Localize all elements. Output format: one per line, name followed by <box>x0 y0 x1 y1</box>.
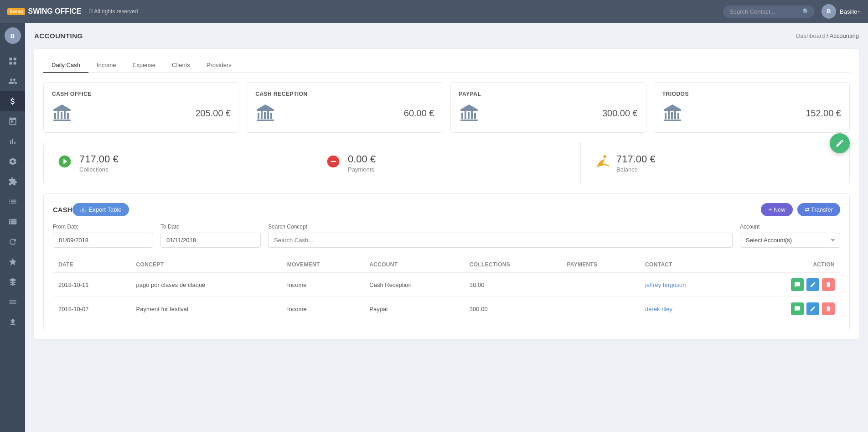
edit-icon <box>810 306 816 312</box>
building-icon <box>8 277 17 286</box>
action-edit-button[interactable] <box>806 278 819 291</box>
svg-rect-13 <box>261 111 263 119</box>
export-table-label: Export Table <box>89 206 122 213</box>
svg-rect-6 <box>61 112 62 119</box>
sidebar-item-users[interactable] <box>0 71 25 91</box>
sidebar-item-dashboard[interactable] <box>0 51 25 71</box>
delete-icon <box>825 306 832 312</box>
sidebar-item-list[interactable] <box>0 192 25 212</box>
table-row: 2018-10-07 Payment for festival Income P… <box>53 297 840 321</box>
sidebar-item-menu2[interactable] <box>0 292 25 312</box>
svg-rect-24 <box>474 113 476 119</box>
account-card-triodos: TRIODOS 152.0 <box>654 82 850 133</box>
collections-icon <box>57 154 72 172</box>
sidebar-item-export[interactable] <box>0 312 25 332</box>
col-contact: Contact <box>640 257 737 273</box>
export-icon <box>8 317 17 327</box>
collections-info: 717.00 € Collections <box>79 153 119 173</box>
svg-rect-23 <box>471 111 473 119</box>
sidebar-item-settings[interactable] <box>0 151 25 172</box>
svg-marker-10 <box>53 104 71 109</box>
calendar-icon <box>8 117 17 126</box>
export-table-button[interactable]: Export Table <box>72 203 129 216</box>
office-label: SWING OFFICE <box>28 7 81 16</box>
sidebar-item-accounting[interactable] <box>0 91 25 111</box>
refresh-icon <box>8 237 17 246</box>
cash-reception-balance: 60.00 € <box>404 108 434 119</box>
from-date-input[interactable] <box>53 233 153 248</box>
payments-info: 0.00 € Payments <box>348 153 376 173</box>
cell-account: Paypal <box>364 297 464 321</box>
sidebar-item-refresh[interactable] <box>0 232 25 252</box>
search-bar[interactable]: 🔍 <box>723 5 814 18</box>
triodos-balance: 152.00 € <box>806 108 841 119</box>
balance-value: 717.00 € <box>616 153 656 165</box>
sidebar-item-star[interactable] <box>0 252 25 272</box>
search-concept-label: Search Concept <box>268 224 733 230</box>
cell-concept: pago por clases de claqué <box>131 273 282 297</box>
action-message-button[interactable] <box>791 302 804 315</box>
account-select[interactable]: Select Account(s) <box>740 233 840 248</box>
sidebar-user-avatar: B <box>5 27 21 44</box>
svg-rect-16 <box>270 113 272 119</box>
search-concept-group: Search Concept <box>268 224 733 248</box>
cell-contact: jeffrey ferguson <box>640 273 737 297</box>
svg-rect-32 <box>677 113 679 119</box>
sidebar-item-calendar[interactable] <box>0 111 25 131</box>
triodos-body: 152.00 € <box>662 103 841 124</box>
action-delete-button[interactable] <box>822 302 835 315</box>
sidebar-item-plugins[interactable] <box>0 172 25 192</box>
svg-rect-30 <box>671 112 673 119</box>
cash-office-balance: 205.00 € <box>195 108 231 119</box>
users-icon <box>8 77 17 86</box>
cell-account: Cash Reception <box>364 273 464 297</box>
col-payments: Payments <box>561 257 640 273</box>
breadcrumb-home[interactable]: Dashboard <box>796 32 825 39</box>
svg-rect-2 <box>9 62 12 65</box>
sidebar-item-list2[interactable] <box>0 212 25 232</box>
search-concept-input[interactable] <box>268 233 733 248</box>
svg-marker-26 <box>460 104 478 109</box>
table-header-row: Date Concept Movement Account Collection… <box>53 257 840 273</box>
balance-info: 717.00 € Balance <box>616 153 656 173</box>
svg-rect-0 <box>9 58 12 61</box>
svg-rect-29 <box>668 111 670 119</box>
tab-income[interactable]: Income <box>88 58 124 73</box>
svg-rect-33 <box>664 120 681 121</box>
cash-reception-name: CASH RECEPTION <box>255 91 434 97</box>
user-menu[interactable]: B Basillo~ <box>822 4 861 19</box>
to-date-label: To Date <box>160 224 261 230</box>
account-card-cash-office: CASH OFFICE 2 <box>43 82 239 133</box>
to-date-group: To Date <box>160 224 261 248</box>
tab-clients[interactable]: Clients <box>164 58 198 73</box>
cell-movement: Income <box>282 273 364 297</box>
col-date: Date <box>53 257 131 273</box>
brand: Swing SWING OFFICE <box>7 7 82 16</box>
action-edit-button[interactable] <box>806 302 819 315</box>
svg-marker-34 <box>664 104 681 109</box>
action-delete-button[interactable] <box>822 278 835 291</box>
tab-providers[interactable]: Providers <box>198 58 240 73</box>
new-button[interactable]: + New <box>761 203 792 216</box>
action-message-button[interactable] <box>791 278 804 291</box>
to-date-input[interactable] <box>160 233 261 248</box>
svg-rect-31 <box>674 111 676 119</box>
transfer-button[interactable]: ⇄ Transfer <box>797 203 840 216</box>
contact-link[interactable]: derek riley <box>645 306 672 312</box>
fab-button[interactable] <box>830 133 850 153</box>
payments-value: 0.00 € <box>348 153 376 165</box>
export-table-icon <box>80 207 86 213</box>
avatar-initials: B <box>827 8 831 15</box>
tab-expense[interactable]: Expense <box>124 58 164 73</box>
edit-icon <box>810 281 816 288</box>
contact-link[interactable]: jeffrey ferguson <box>645 281 686 288</box>
sidebar-item-reports[interactable] <box>0 131 25 151</box>
sidebar-item-building[interactable] <box>0 272 25 292</box>
col-movement: Movement <box>282 257 364 273</box>
table-body: 2018-10-11 pago por clases de claqué Inc… <box>53 273 840 321</box>
paypal-name: PAYPAL <box>459 91 638 97</box>
payments-summary: 0.00 € Payments <box>312 142 581 184</box>
search-contact-input[interactable] <box>723 5 814 18</box>
cell-date: 2018-10-07 <box>53 297 131 321</box>
tab-daily-cash[interactable]: Daily Cash <box>43 58 88 73</box>
